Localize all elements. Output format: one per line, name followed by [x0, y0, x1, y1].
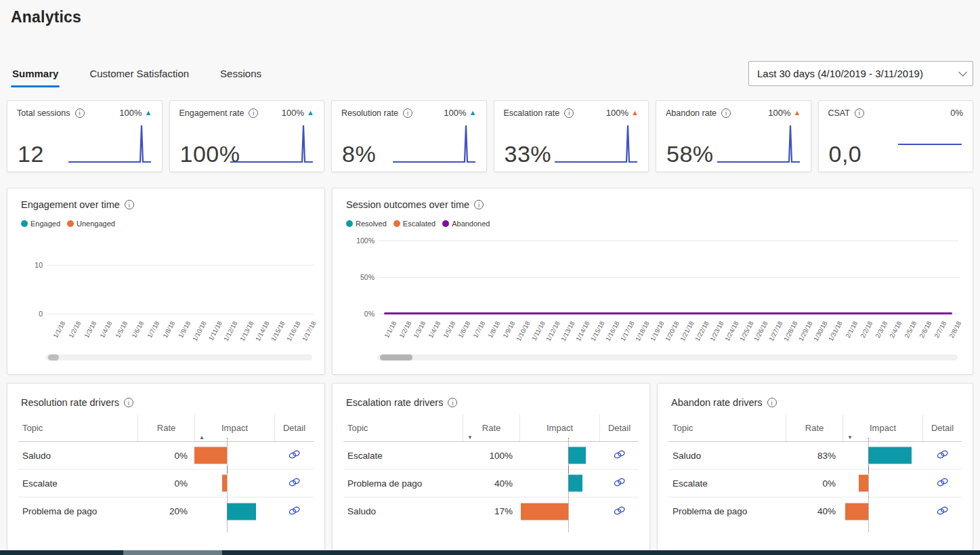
drivers-table: Topic▼RateImpactDetail Escalate 100% Pro… — [343, 415, 639, 525]
info-icon[interactable]: i — [403, 108, 412, 118]
column-header-label: Impact — [547, 423, 573, 433]
table-row: Problema de pago 40% — [343, 470, 639, 497]
kpi-label-text: Abandon rate — [666, 108, 717, 118]
column-header-topic[interactable]: Topic — [668, 423, 786, 433]
column-header-rate[interactable]: Rate — [137, 415, 194, 441]
kpi-card-escalation-rate: Escalation rate i 100% ▲ 33% — [494, 100, 649, 172]
kpi-change: 100% ▲ — [119, 108, 152, 118]
kpi-change-value: 0% — [950, 108, 963, 118]
detail-link-icon[interactable] — [935, 506, 950, 516]
detail-cell — [274, 506, 314, 518]
trend-up-icon: ▲ — [469, 109, 477, 117]
scrollbar-thumb[interactable] — [123, 550, 222, 555]
detail-link-icon[interactable] — [935, 449, 950, 459]
detail-link-icon[interactable] — [287, 506, 301, 516]
detail-link-icon[interactable] — [935, 477, 950, 487]
kpi-change-value: 100% — [444, 108, 466, 118]
column-header-impact[interactable]: ▲Impact — [194, 415, 274, 441]
column-header-rate[interactable]: ▼Rate — [463, 415, 519, 441]
column-header-impact[interactable]: ▼Impact — [843, 415, 922, 441]
kpi-change-value: 100% — [606, 108, 629, 118]
info-icon[interactable]: i — [721, 108, 731, 118]
impact-bar — [227, 503, 256, 520]
tab-customer-satisfaction[interactable]: Customer Satisfaction — [88, 64, 190, 87]
x-axis-tick-cell: 2/7/18 — [929, 317, 944, 356]
kpi-label: Abandon rate i — [666, 108, 731, 118]
impact-baseline — [227, 493, 228, 532]
chart-horizontal-scrollbar[interactable] — [45, 354, 312, 361]
engagement-chart-plot: 100 1/1/18 1/2/18 1/3/18 1/4/18 1/5/18 1… — [7, 188, 324, 374]
table-title-text: Resolution rate drivers — [21, 397, 119, 408]
column-header-detail[interactable]: Detail — [922, 415, 962, 441]
date-range-value: Last 30 days (4/10/2019 - 3/11/2019) — [757, 68, 923, 79]
kpi-sparkline — [229, 120, 316, 166]
kpi-value: 58% — [666, 141, 714, 167]
x-axis-tick-cell: 1/11/18 — [204, 317, 219, 356]
column-header-impact[interactable]: Impact — [519, 415, 599, 441]
detail-link-icon[interactable] — [612, 449, 626, 459]
detail-link-icon[interactable] — [612, 477, 626, 487]
column-header-label: Topic — [347, 423, 368, 433]
impact-bar — [521, 503, 568, 520]
rate-cell: 20% — [137, 506, 194, 516]
x-axis-tick-cell: 1/10/18 — [188, 317, 204, 356]
info-icon[interactable]: i — [75, 108, 85, 118]
rate-cell: 40% — [463, 478, 519, 489]
info-icon[interactable]: i — [855, 108, 864, 118]
kpi-change: 100% ▲ — [768, 108, 801, 118]
x-axis-tick-cell: 1/7/18 — [468, 317, 483, 356]
impact-cell — [194, 497, 274, 525]
tab-sessions[interactable]: Sessions — [219, 64, 263, 87]
info-icon[interactable]: i — [448, 398, 457, 407]
engagement-over-time-card: Engagement over time i Engaged Unengaged… — [7, 188, 325, 375]
impact-bar — [845, 503, 868, 520]
kpi-label: Engagement rate i — [179, 108, 259, 118]
x-axis: 1/1/18 1/2/18 1/3/18 1/4/18 1/5/18 1/6/1… — [379, 317, 959, 356]
x-axis-tick-cell: 1/25/18 — [736, 317, 750, 356]
impact-bar — [222, 475, 227, 492]
x-axis-tick-cell: 1/30/18 — [810, 317, 825, 356]
x-axis-tick-cell: 1/3/18 — [408, 317, 423, 356]
x-axis-tick-cell: 2/6/18 — [914, 317, 929, 356]
column-header-detail[interactable]: Detail — [274, 415, 314, 441]
table-row: Escalate 100% — [343, 442, 639, 470]
info-icon[interactable]: i — [249, 108, 258, 118]
scrollbar-thumb[interactable] — [380, 354, 412, 361]
gridline — [379, 241, 959, 241]
impact-cell — [519, 497, 599, 525]
detail-cell — [274, 477, 314, 489]
scrollbar-thumb[interactable] — [48, 354, 59, 361]
gridline — [47, 265, 314, 266]
x-axis-tick-cell: 1/5/18 — [110, 317, 125, 356]
kpi-change: 100% ▲ — [444, 108, 476, 118]
tab-summary[interactable]: Summary — [11, 64, 60, 87]
detail-link-icon[interactable] — [287, 477, 301, 487]
info-icon[interactable]: i — [564, 108, 574, 118]
info-icon[interactable]: i — [124, 398, 133, 407]
info-icon[interactable]: i — [767, 398, 777, 407]
chart-horizontal-scrollbar[interactable] — [377, 354, 958, 361]
table-body: Escalate 100% Problema de pago 40% — [343, 442, 639, 525]
kpi-sparkline — [391, 120, 478, 166]
column-header-detail[interactable]: Detail — [599, 415, 639, 441]
detail-link-icon[interactable] — [287, 449, 301, 459]
column-header-topic[interactable]: Topic — [18, 423, 137, 433]
x-axis-tick-cell: 1/2/18 — [393, 317, 408, 356]
kpi-sparkline — [716, 120, 803, 166]
detail-link-icon[interactable] — [612, 506, 626, 516]
column-header-rate[interactable]: Rate — [786, 415, 843, 441]
x-axis-tick-cell: 2/3/18 — [870, 317, 885, 356]
date-range-dropdown[interactable]: Last 30 days (4/10/2019 - 3/11/2019) — [748, 61, 973, 86]
kpi-change: 100% ▲ — [606, 108, 639, 118]
column-header-topic[interactable]: Topic — [343, 423, 463, 433]
page-horizontal-scrollbar[interactable] — [0, 550, 980, 555]
rate-cell: 0% — [137, 451, 194, 461]
kpi-label: Total sessions i — [17, 108, 85, 118]
rate-cell: 83% — [786, 451, 843, 461]
x-axis-tick-cell: 1/18/18 — [631, 317, 646, 356]
kpi-header: Escalation rate i 100% ▲ — [504, 108, 639, 118]
x-axis-tick-cell: 1/17/18 — [617, 317, 632, 356]
detail-cell — [922, 506, 962, 518]
impact-cell — [194, 442, 274, 469]
kpi-sparkline — [878, 120, 964, 166]
